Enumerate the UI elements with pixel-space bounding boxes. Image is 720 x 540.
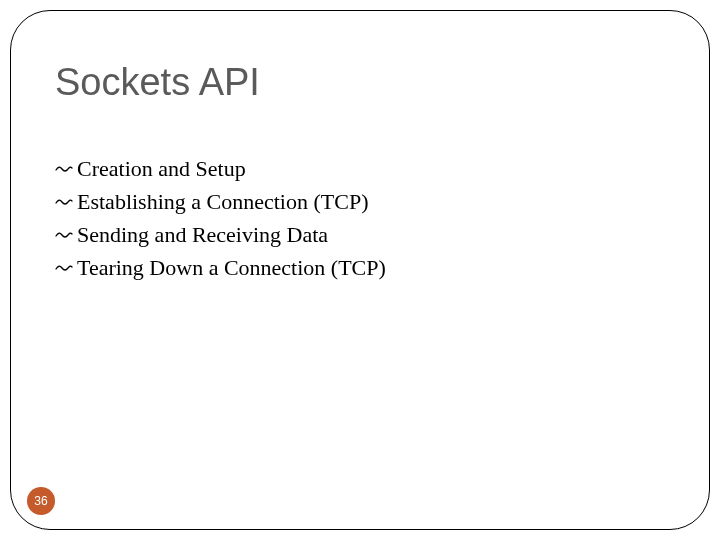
list-item: Creation and Setup [55, 152, 665, 185]
bullet-text: Sending and Receiving Data [77, 218, 328, 251]
bullet-text: Establishing a Connection (TCP) [77, 185, 368, 218]
slide-title: Sockets API [55, 61, 665, 104]
page-number: 36 [34, 494, 47, 508]
list-item: Tearing Down a Connection (TCP) [55, 251, 665, 284]
bullet-list: Creation and Setup Establishing a Connec… [55, 152, 665, 284]
list-item: Establishing a Connection (TCP) [55, 185, 665, 218]
list-item: Sending and Receiving Data [55, 218, 665, 251]
bullet-icon [55, 185, 77, 218]
bullet-icon [55, 251, 77, 284]
bullet-icon [55, 152, 77, 185]
bullet-text: Tearing Down a Connection (TCP) [77, 251, 386, 284]
bullet-text: Creation and Setup [77, 152, 246, 185]
slide-frame: Sockets API Creation and Setup Establish… [10, 10, 710, 530]
bullet-icon [55, 218, 77, 251]
page-number-badge: 36 [27, 487, 55, 515]
